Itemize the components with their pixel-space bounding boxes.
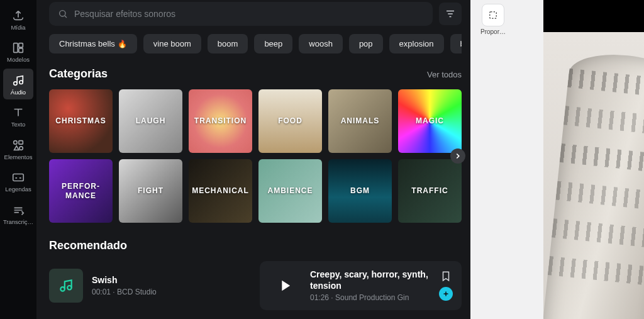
music-thumb (49, 269, 83, 303)
bookmark-icon[interactable] (440, 271, 452, 282)
svg-line-10 (65, 16, 67, 18)
chip-vine-boom[interactable]: vine boom (143, 34, 201, 53)
category-mechanical[interactable]: MECHANICAL (189, 159, 252, 223)
nav-label: Elementos (4, 154, 33, 160)
chip-boom[interactable]: boom (208, 34, 248, 53)
svg-point-5 (14, 140, 18, 144)
aspect-ratio-tool[interactable]: Propor… (478, 4, 508, 35)
nav-captions[interactable]: Legendas (3, 165, 33, 196)
play-icon (276, 277, 294, 294)
add-button[interactable] (439, 287, 453, 301)
category-label: TRANSITION (191, 116, 250, 125)
rec-title: Creepy, scary, horror, synth, tension (310, 269, 430, 291)
recommended-grid: Swish00:01 · BCD StudioCreepy, scary, ho… (49, 261, 462, 310)
chip-beep[interactable]: beep (254, 34, 292, 53)
svg-point-7 (19, 147, 23, 150)
category-label: FOOD (274, 116, 306, 125)
category-ambience[interactable]: AMBIENCE (258, 159, 322, 223)
svg-rect-1 (19, 43, 23, 47)
crop-icon (487, 9, 499, 21)
categories-grid: CHRISTMASLAUGHTRANSITIONFOODANIMALSMAGIC… (49, 89, 462, 223)
chip-b[interactable]: b (450, 34, 462, 53)
rec-actions (439, 271, 453, 301)
recommended-head: Recomendado (49, 239, 462, 252)
category-bgm[interactable]: BGM (328, 159, 392, 223)
svg-rect-8 (13, 174, 24, 181)
recommended-title: Recomendado (49, 239, 127, 252)
categories-next-button[interactable] (450, 148, 465, 164)
filter-icon (445, 8, 456, 20)
plus-icon (442, 290, 450, 298)
music-note-icon (58, 277, 74, 294)
fire-icon: 🔥 (118, 40, 127, 48)
recommended-item[interactable]: Creepy, scary, horror, synth, tension01:… (260, 261, 462, 310)
aspect-ratio-label: Propor… (480, 28, 506, 35)
see-all-link[interactable]: Ver todos (427, 70, 462, 79)
category-laugh[interactable]: LAUGH (119, 89, 182, 153)
search-icon (58, 9, 68, 19)
filter-button[interactable] (439, 3, 462, 25)
chip-explosion[interactable]: explosion (389, 34, 444, 53)
chips-row: Christmas bells🔥vine boomboombeepwooshpo… (49, 34, 462, 53)
chip-christmas-bells[interactable]: Christmas bells🔥 (49, 34, 137, 53)
category-label: PERFOR- MANCE (58, 182, 104, 200)
chevron-right-icon (453, 152, 462, 160)
search-input[interactable] (74, 9, 424, 19)
category-christmas[interactable]: CHRISTMAS (49, 89, 113, 153)
svg-rect-18 (490, 12, 497, 19)
svg-point-9 (60, 11, 65, 16)
nav-transcribe[interactable]: Transcriç… (3, 198, 33, 229)
category-animals[interactable]: ANIMALS (328, 89, 392, 153)
rec-info: Creepy, scary, horror, synth, tension01:… (310, 269, 430, 302)
category-label: AMBIENCE (264, 186, 316, 195)
category-label: BGM (347, 186, 374, 195)
rec-title: Swish (92, 275, 251, 286)
preview-image (543, 50, 644, 319)
category-label: LAUGH (132, 116, 170, 125)
category-transition[interactable]: TRANSITION (189, 89, 252, 153)
nav-label: Áudio (11, 89, 26, 96)
nav-templates[interactable]: Modelos (3, 36, 33, 67)
rec-meta: 01:26 · Sound Production Gin (310, 293, 430, 302)
nav-upload[interactable]: Mídia (3, 4, 33, 35)
category-label: FIGHT (134, 186, 167, 195)
video-preview[interactable] (543, 0, 644, 319)
nav-label: Mídia (11, 25, 25, 31)
nav-label: Transcriç… (3, 219, 33, 225)
category-label: CHRISTMAS (52, 116, 109, 125)
search-row (49, 1, 462, 26)
nav-label: Legendas (5, 186, 31, 193)
main-panel: Christmas bells🔥vine boomboombeepwooshpo… (36, 0, 470, 319)
categories-head: Categorias Ver todos (49, 67, 462, 81)
svg-rect-2 (19, 48, 23, 52)
svg-rect-0 (14, 43, 18, 53)
categories-title: Categorias (49, 67, 108, 81)
search-box[interactable] (49, 2, 433, 26)
nav-text[interactable]: Texto (3, 101, 33, 132)
chip-pop[interactable]: pop (349, 34, 383, 53)
play-thumb[interactable] (269, 269, 301, 302)
category-label: ANIMALS (337, 116, 384, 125)
category-magic[interactable]: MAGIC (398, 89, 462, 153)
recommended-item[interactable]: Swish00:01 · BCD Studio (49, 261, 251, 310)
nav-audio[interactable]: Áudio (3, 69, 33, 99)
category-traffic[interactable]: TRAFFIC (398, 159, 462, 223)
category-label: MAGIC (412, 116, 448, 125)
nav-label: Texto (11, 121, 26, 128)
rec-info: Swish00:01 · BCD Studio (92, 275, 251, 297)
nav-label: Modelos (7, 57, 30, 63)
preview-area: Propor… (470, 0, 644, 319)
category-label: TRAFFIC (408, 186, 452, 195)
category-label: MECHANICAL (189, 186, 252, 195)
category-fight[interactable]: FIGHT (119, 159, 182, 223)
svg-rect-6 (19, 140, 23, 144)
category-food[interactable]: FOOD (258, 89, 322, 153)
nav-elements[interactable]: Elementos (3, 133, 33, 164)
category-perfor-mance[interactable]: PERFOR- MANCE (49, 159, 113, 223)
left-nav: MídiaModelosÁudioTextoElementosLegendasT… (0, 0, 36, 319)
chip-woosh[interactable]: woosh (299, 34, 343, 53)
rec-meta: 00:01 · BCD Studio (92, 288, 251, 296)
